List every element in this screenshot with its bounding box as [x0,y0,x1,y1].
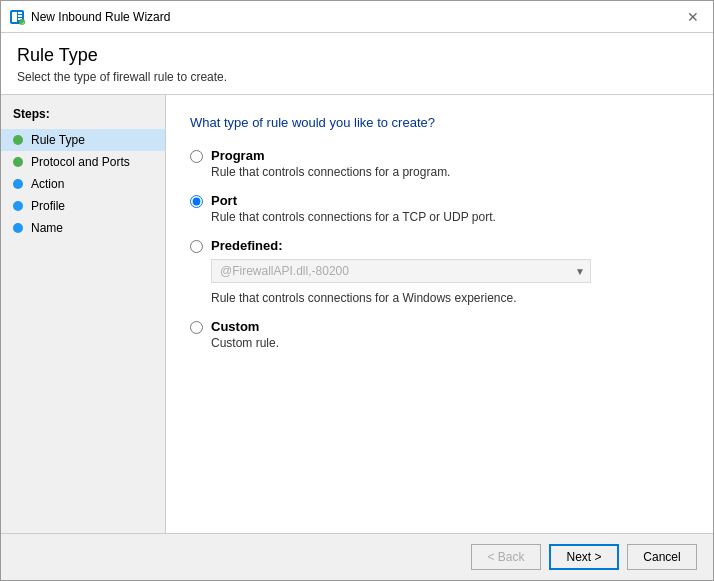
step-dot-profile [13,201,23,211]
sidebar-item-rule-type[interactable]: Rule Type [1,129,165,151]
option-label-predefined[interactable]: Predefined: [211,238,591,253]
cancel-button[interactable]: Cancel [627,544,697,570]
step-dot-name [13,223,23,233]
svg-rect-2 [18,12,22,14]
option-row-program: Program Rule that controls connections f… [190,148,689,179]
sidebar-item-label-profile: Profile [31,199,65,213]
radio-predefined[interactable] [190,240,203,253]
page-header: Rule Type Select the type of firewall ru… [1,33,713,95]
radio-program[interactable] [190,150,203,163]
option-content-port: Port Rule that controls connections for … [211,193,496,224]
svg-text:✓: ✓ [21,19,25,25]
option-label-port[interactable]: Port [211,193,496,208]
radio-custom[interactable] [190,321,203,334]
option-label-custom[interactable]: Custom [211,319,279,334]
option-desc-predefined: Rule that controls connections for a Win… [211,291,591,305]
main-content: What type of rule would you like to crea… [166,95,713,533]
step-dot-protocol-ports [13,157,23,167]
radio-port[interactable] [190,195,203,208]
sidebar-item-label-protocol-ports: Protocol and Ports [31,155,130,169]
close-button[interactable]: ✕ [681,5,705,29]
option-desc-program: Rule that controls connections for a pro… [211,165,450,179]
back-button[interactable]: < Back [471,544,541,570]
next-button[interactable]: Next > [549,544,619,570]
svg-rect-1 [12,12,17,22]
option-content-custom: Custom Custom rule. [211,319,279,350]
sidebar-item-label-name: Name [31,221,63,235]
sidebar-item-label-action: Action [31,177,64,191]
sidebar: Steps: Rule Type Protocol and Ports Acti… [1,95,166,533]
sidebar-item-label-rule-type: Rule Type [31,133,85,147]
footer: < Back Next > Cancel [1,533,713,580]
sidebar-item-protocol-ports[interactable]: Protocol and Ports [1,151,165,173]
wizard-window: ✓ New Inbound Rule Wizard ✕ Rule Type Se… [0,0,714,581]
predefined-dropdown[interactable]: @FirewallAPI.dll,-80200 [211,259,591,283]
wizard-icon: ✓ [9,9,25,25]
option-content-program: Program Rule that controls connections f… [211,148,450,179]
page-subtitle: Select the type of firewall rule to crea… [17,70,697,84]
title-bar-text: New Inbound Rule Wizard [31,10,681,24]
option-content-predefined: Predefined: @FirewallAPI.dll,-80200 ▼ Ru… [211,238,591,305]
step-dot-rule-type [13,135,23,145]
option-desc-port: Rule that controls connections for a TCP… [211,210,496,224]
content-area: Steps: Rule Type Protocol and Ports Acti… [1,95,713,533]
option-label-program[interactable]: Program [211,148,450,163]
page-title: Rule Type [17,45,697,66]
option-desc-custom: Custom rule. [211,336,279,350]
predefined-dropdown-wrapper: @FirewallAPI.dll,-80200 ▼ [211,259,591,283]
step-dot-action [13,179,23,189]
steps-label: Steps: [1,107,165,129]
svg-rect-3 [18,15,22,17]
option-row-custom: Custom Custom rule. [190,319,689,350]
sidebar-item-name[interactable]: Name [1,217,165,239]
sidebar-item-profile[interactable]: Profile [1,195,165,217]
option-row-port: Port Rule that controls connections for … [190,193,689,224]
option-row-predefined: Predefined: @FirewallAPI.dll,-80200 ▼ Ru… [190,238,689,305]
question-text: What type of rule would you like to crea… [190,115,689,130]
sidebar-item-action[interactable]: Action [1,173,165,195]
title-bar: ✓ New Inbound Rule Wizard ✕ [1,1,713,33]
